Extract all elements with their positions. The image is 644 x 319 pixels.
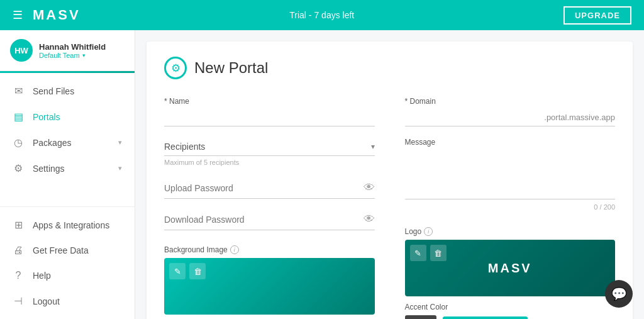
portals-icon: ▤ — [13, 111, 24, 123]
sidebar-item-logout[interactable]: ⊣ Logout — [0, 288, 135, 314]
sidebar-item-free-data[interactable]: 🖨 Get Free Data — [0, 238, 135, 263]
upgrade-button[interactable]: UPGRADE — [564, 6, 631, 25]
accent-row: Sample Button — [405, 315, 616, 319]
chevron-down-icon: ▾ — [82, 52, 86, 59]
background-image-col: Background Image i ✎ 🗑 — [164, 245, 375, 315]
top-nav: ☰ MASV Trial - 7 days left UPGRADE — [0, 0, 644, 30]
info-icon: i — [230, 245, 239, 254]
eye-icon[interactable]: 👁 — [364, 181, 375, 194]
sidebar-label-free-data: Get Free Data — [33, 245, 89, 255]
form-right-col: * Domain .portal.massive.app Message 0 /… — [405, 97, 616, 319]
app-body: HW Hannah Whitfield Default Team ▾ ✉ Sen… — [0, 30, 644, 319]
page-title: New Portal — [194, 59, 268, 77]
chevron-down-icon: ▾ — [118, 138, 122, 147]
avatar: HW — [10, 39, 33, 62]
color-swatch[interactable] — [405, 315, 436, 319]
edit-background-button[interactable]: ✎ — [169, 263, 186, 279]
chat-bubble-button[interactable]: 💬 — [605, 280, 633, 308]
recipients-select[interactable]: Recipients ▾ — [164, 138, 375, 156]
message-label: Message — [405, 138, 616, 147]
message-textarea[interactable] — [405, 149, 616, 199]
user-name: Hannah Whitfield — [39, 42, 125, 52]
upload-section: Background Image i ✎ 🗑 — [164, 245, 375, 315]
nav-left: ☰ MASV — [13, 7, 80, 23]
textarea-wrap: 0 / 200 — [405, 149, 616, 211]
sidebar-label-portals: Portals — [33, 112, 60, 122]
upload-actions: ✎ 🗑 — [169, 263, 206, 279]
download-password-input[interactable] — [164, 215, 364, 225]
sidebar-label-apps: Apps & Integrations — [33, 220, 109, 230]
recipients-hint: Maximum of 5 recipients — [164, 159, 375, 166]
sidebar-item-packages[interactable]: ◷ Packages ▾ — [0, 130, 135, 155]
form-grid: * Name Recipients ▾ Maximum of 5 recipie… — [164, 97, 615, 319]
sidebar: HW Hannah Whitfield Default Team ▾ ✉ Sen… — [0, 30, 135, 319]
sidebar-item-help[interactable]: ? Help — [0, 263, 135, 288]
user-info: Hannah Whitfield Default Team ▾ — [39, 42, 125, 59]
logo-col: Logo i ✎ 🗑 MASV — [405, 227, 616, 296]
eye-icon[interactable]: 👁 — [364, 213, 375, 226]
main-content: ⚙ New Portal * Name Recipients ▾ — [135, 30, 644, 319]
sidebar-label-help: Help — [33, 271, 51, 281]
info-icon: i — [424, 227, 433, 236]
accent-color-label: Accent Color — [405, 303, 616, 311]
sidebar-label-logout: Logout — [33, 296, 60, 306]
sidebar-item-send-files[interactable]: ✉ Send Files — [0, 78, 135, 104]
logo-preview: MASV — [488, 261, 532, 276]
upload-password-wrap: 👁 — [164, 177, 375, 199]
background-image-label: Background Image i — [164, 245, 375, 254]
hamburger-icon[interactable]: ☰ — [13, 8, 23, 22]
logo-upload-actions: ✎ 🗑 — [410, 245, 447, 261]
sidebar-label-send-files: Send Files — [33, 86, 74, 96]
content-card: ⚙ New Portal * Name Recipients ▾ — [147, 42, 633, 319]
free-data-icon: 🖨 — [13, 245, 24, 256]
delete-logo-button[interactable]: 🗑 — [430, 245, 447, 261]
trial-text: Trial - 7 days left — [289, 10, 354, 20]
sidebar-label-settings: Settings — [33, 164, 65, 174]
download-password-wrap: 👁 — [164, 209, 375, 230]
sidebar-item-portals[interactable]: ▤ Portals — [0, 104, 135, 130]
logo-section: Logo i ✎ 🗑 MASV — [405, 227, 616, 296]
user-team: Default Team ▾ — [39, 52, 125, 59]
background-image-box[interactable]: ✎ 🗑 — [164, 258, 375, 315]
sidebar-label-packages: Packages — [33, 138, 71, 148]
settings-icon: ⚙ — [13, 162, 24, 174]
help-icon: ? — [13, 270, 24, 281]
apps-icon: ⊞ — [13, 219, 24, 231]
recipients-label: Recipients — [164, 142, 371, 152]
domain-input-wrap: .portal.massive.app — [405, 108, 616, 126]
form-left-col: * Name Recipients ▾ Maximum of 5 recipie… — [164, 97, 375, 319]
chat-icon: 💬 — [611, 286, 627, 301]
gear-icon: ⚙ — [164, 57, 187, 79]
sidebar-item-settings[interactable]: ⚙ Settings ▾ — [0, 155, 135, 181]
recipients-field-group: Recipients ▾ Maximum of 5 recipients — [164, 138, 375, 166]
chevron-down-icon: ▾ — [118, 164, 122, 172]
packages-icon: ◷ — [13, 137, 24, 148]
sidebar-bottom: ⊞ Apps & Integrations 🖨 Get Free Data ? … — [0, 206, 135, 319]
dropdown-arrow-icon: ▾ — [371, 142, 375, 151]
logo-label: Logo i — [405, 227, 616, 236]
domain-suffix: .portal.massive.app — [544, 113, 615, 122]
logout-icon: ⊣ — [13, 295, 24, 307]
envelope-icon: ✉ — [13, 85, 24, 97]
user-section[interactable]: HW Hannah Whitfield Default Team ▾ — [0, 30, 135, 71]
delete-background-button[interactable]: 🗑 — [189, 263, 206, 279]
page-header: ⚙ New Portal — [164, 57, 615, 79]
domain-input[interactable] — [405, 112, 545, 122]
name-field-group: * Name — [164, 97, 375, 126]
name-input[interactable] — [164, 108, 375, 126]
edit-logo-button[interactable]: ✎ — [410, 245, 426, 261]
message-field-group: Message 0 / 200 — [405, 138, 616, 211]
logo-box[interactable]: ✎ 🗑 MASV — [405, 240, 616, 296]
char-count: 0 / 200 — [405, 203, 616, 211]
upload-password-input[interactable] — [164, 183, 364, 193]
accent-color-section: Accent Color Sample Button — [405, 296, 616, 319]
logo: MASV — [33, 7, 80, 23]
name-label: * Name — [164, 97, 375, 106]
domain-label: * Domain — [405, 97, 616, 106]
sidebar-item-apps[interactable]: ⊞ Apps & Integrations — [0, 212, 135, 238]
sample-button[interactable]: Sample Button — [443, 316, 528, 320]
domain-field-group: * Domain .portal.massive.app — [405, 97, 616, 126]
sidebar-nav: ✉ Send Files ▤ Portals ◷ Packages ▾ ⚙ Se… — [0, 73, 135, 206]
